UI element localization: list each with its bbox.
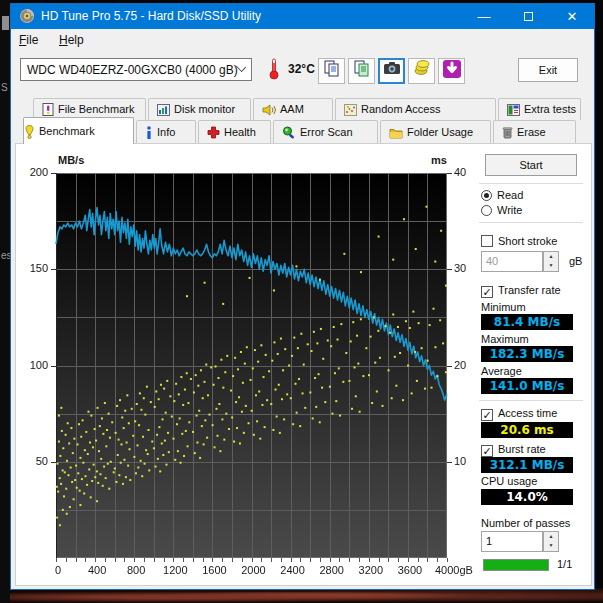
tab-label: Disk monitor (174, 103, 235, 115)
copy-to-clipboard-button[interactable] (348, 58, 375, 84)
health-cross-icon (207, 126, 220, 139)
tab-random-access[interactable]: Random Access (335, 98, 496, 120)
minimum-value: 81.4 MB/s (481, 314, 573, 330)
x-tick-label: 2800 (312, 564, 352, 576)
down-arrow-icon (442, 59, 462, 79)
access-time-value: 20.6 ms (481, 422, 573, 438)
burst-rate-label: Burst rate (498, 443, 546, 455)
tab-label: Info (157, 126, 175, 138)
close-button[interactable]: ✕ (550, 4, 594, 29)
transfer-rate-checkbox[interactable]: ✓Transfer rate (481, 284, 561, 298)
write-radio-label: Write (497, 204, 522, 216)
number-of-passes-label: Number of passes (481, 517, 570, 529)
tab-folder-usage[interactable]: Folder Usage (380, 120, 491, 143)
x-tick-label: 1200 (155, 564, 195, 576)
read-radio-label: Read (497, 189, 523, 201)
tab-info[interactable]: Info (136, 120, 196, 143)
title-bar[interactable]: HD Tune Pro 5.75 - Hard Disk/SSD Utility… (11, 4, 594, 29)
clipboard-copy-icon (353, 59, 371, 77)
y-right-tick-label: 40 (454, 166, 478, 178)
cpu-usage-label: CPU usage (481, 475, 537, 487)
tab-aam[interactable]: AAM (253, 98, 333, 120)
radio-icon (481, 205, 492, 216)
menu-file[interactable]: File (19, 33, 38, 47)
copy-results-button[interactable] (318, 58, 345, 84)
menu-help[interactable]: Help (59, 33, 84, 47)
minimum-label: Minimum (481, 301, 526, 313)
camera-icon (383, 60, 401, 76)
file-benchmark-icon (42, 103, 54, 116)
tab-extra-tests[interactable]: Extra tests (498, 98, 581, 120)
minimize-button[interactable]: — (462, 4, 506, 29)
disk-monitor-icon (157, 104, 170, 116)
desktop-wallpaper (0, 588, 603, 603)
info-icon (145, 126, 153, 139)
access-time-checkbox[interactable]: ✓Access time (481, 407, 557, 421)
spinner-buttons[interactable]: ▲▼ (543, 531, 559, 552)
temperature-value: 32°C (288, 62, 315, 76)
background-text-fragment: S (1, 82, 8, 93)
menu-bar: File Help (11, 29, 594, 52)
download-button[interactable] (438, 58, 465, 84)
app-disk-icon (19, 8, 35, 24)
short-stroke-input[interactable]: 40 (481, 251, 543, 272)
tab-benchmark[interactable]: Benchmark (23, 117, 134, 144)
x-tick-label: 3200 (351, 564, 391, 576)
x-tick-label: 1600 (194, 564, 234, 576)
tab-label: Benchmark (39, 125, 95, 137)
benchmark-controls-panel: Start Read Write Short stroke 40 ▲▼ gB ✓… (477, 148, 589, 580)
x-tick-label: 4000gB (435, 564, 475, 576)
save-results-button[interactable] (408, 58, 435, 84)
folder-icon (389, 127, 403, 139)
x-tick-label: 3600 (390, 564, 430, 576)
screenshot-button[interactable] (378, 58, 405, 84)
read-radio[interactable]: Read (481, 189, 523, 201)
tab-label: Erase (517, 126, 546, 138)
exit-button[interactable]: Exit (518, 58, 578, 82)
average-label: Average (481, 365, 522, 377)
tab-erase[interactable]: Erase (493, 120, 576, 143)
tab-label: Random Access (361, 103, 440, 115)
passes-input[interactable]: 1 (481, 531, 543, 552)
write-radio[interactable]: Write (481, 204, 522, 216)
x-tick-label: 2000 (234, 564, 274, 576)
x-tick-label: 800 (116, 564, 156, 576)
spinner-buttons[interactable]: ▲▼ (543, 251, 559, 272)
tab-health[interactable]: Health (198, 120, 271, 143)
cpu-usage-value: 14.0% (481, 489, 573, 505)
maximize-button[interactable] (506, 4, 550, 29)
y-left-tick-label: 200 (24, 166, 48, 178)
start-button[interactable]: Start (485, 154, 577, 176)
checkbox-checked-icon: ✓ (481, 286, 493, 298)
benchmark-icon (24, 125, 35, 139)
transfer-rate-label: Transfer rate (498, 284, 561, 296)
short-stroke-unit: gB (569, 255, 582, 267)
short-stroke-checkbox[interactable]: Short stroke (481, 235, 557, 247)
speaker-icon (262, 104, 276, 116)
y-right-tick-label: 20 (454, 359, 478, 371)
save-icon (413, 59, 431, 77)
divider (479, 222, 583, 223)
random-access-icon (344, 104, 357, 116)
x-tick-label: 400 (77, 564, 117, 576)
progress-bar (483, 559, 549, 571)
hdtune-window: HD Tune Pro 5.75 - Hard Disk/SSD Utility… (10, 3, 595, 590)
x-tick-label: 2400 (273, 564, 313, 576)
background-window-fragment (2, 16, 9, 30)
drive-select-dropdown[interactable]: WDC WD40EZRZ-00GXCB0 (4000 gB) (20, 58, 252, 81)
y-right-tick-label: 30 (454, 262, 478, 274)
tab-disk-monitor[interactable]: Disk monitor (148, 98, 251, 120)
desktop-background-left: S es (0, 0, 10, 603)
radio-icon (481, 190, 492, 201)
tab-error-scan[interactable]: Error Scan (273, 120, 378, 143)
maximum-value: 182.3 MB/s (481, 346, 573, 362)
drive-select-value: WDC WD40EZRZ-00GXCB0 (4000 gB) (27, 63, 238, 77)
checkbox-checked-icon: ✓ (481, 445, 493, 457)
thermometer-icon (267, 57, 281, 81)
access-time-label: Access time (498, 407, 557, 419)
burst-rate-checkbox[interactable]: ✓Burst rate (481, 443, 546, 457)
tab-label: Health (224, 126, 256, 138)
extra-tests-icon (507, 104, 520, 116)
average-value: 141.0 MB/s (481, 378, 573, 394)
error-scan-magnifier-icon (282, 126, 296, 139)
